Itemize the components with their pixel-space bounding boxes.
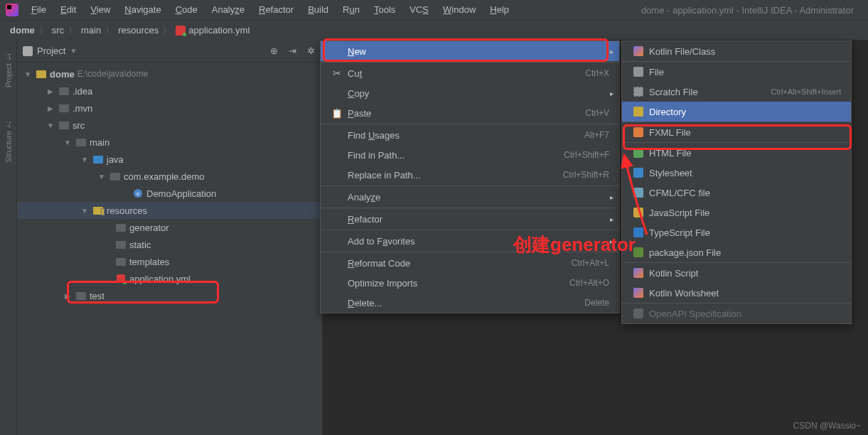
submenu-arrow-icon: ▸ xyxy=(610,90,614,97)
submenu-js[interactable]: JavaScript File xyxy=(622,203,851,222)
expand-icon[interactable]: ▼ xyxy=(80,207,90,215)
project-tree: ▼ dome E:\code\java\dome ▶.idea ▶.mvn ▼s… xyxy=(17,63,322,307)
new-submenu: Kotlin File/Class File Scratch FileCtrl+… xyxy=(621,41,852,324)
breadcrumb-root[interactable]: dome xyxy=(10,25,35,36)
menu-help[interactable]: Help xyxy=(483,0,516,20)
submenu-openapi[interactable]: OpenAPI Specification xyxy=(622,304,851,323)
expand-icon[interactable]: ▼ xyxy=(23,70,33,78)
submenu-html[interactable]: HTML File xyxy=(622,143,851,163)
tree-node-resources[interactable]: ▼resources xyxy=(17,202,322,219)
menu-refactor[interactable]: Refactor xyxy=(252,0,301,20)
submenu-directory[interactable]: Directory xyxy=(622,102,851,122)
project-panel: Project ▼ ⊕ ⇥ ✲ ▼ dome E:\code\java\dome… xyxy=(17,40,323,435)
submenu-file[interactable]: File xyxy=(622,62,851,82)
tab-project[interactable]: Project 1: xyxy=(3,45,14,95)
menu-item-copy[interactable]: Copy▸ xyxy=(321,83,619,103)
submenu-fxml[interactable]: FXML File xyxy=(622,122,851,142)
tree-node-appyml[interactable]: application.yml xyxy=(17,270,322,287)
kotlin-icon xyxy=(633,268,643,278)
menu-navigate[interactable]: Navigate xyxy=(117,0,168,20)
locate-button[interactable]: ⊕ xyxy=(268,45,279,57)
submenu-kotlin-script[interactable]: Kotlin Script xyxy=(622,263,851,283)
js-icon xyxy=(633,208,643,218)
folder-icon xyxy=(59,87,69,95)
expand-icon[interactable]: ▼ xyxy=(80,156,90,163)
menu-item-reformat[interactable]: Reformat CodeCtrl+Alt+L xyxy=(321,253,619,273)
tree-node-package[interactable]: ▼com.example.demo xyxy=(17,168,322,185)
menu-item-find-in-path[interactable]: Find in Path...Ctrl+Shift+F xyxy=(321,145,619,165)
cut-icon: ✂ xyxy=(331,68,343,79)
menu-item-replace-in-path[interactable]: Replace in Path...Ctrl+Shift+R xyxy=(321,165,619,185)
tree-node-src[interactable]: ▼src xyxy=(17,117,322,134)
tree-node-idea[interactable]: ▶.idea xyxy=(17,82,322,100)
cfml-icon xyxy=(633,188,643,198)
breadcrumb-file[interactable]: application.yml xyxy=(188,25,250,36)
breadcrumb-main[interactable]: main xyxy=(81,25,101,36)
menu-code[interactable]: Code xyxy=(168,0,205,20)
menu-separator xyxy=(321,124,619,124)
menu-run[interactable]: Run xyxy=(336,0,367,20)
menu-build[interactable]: Build xyxy=(301,0,336,20)
submenu-arrow-icon: ▸ xyxy=(610,193,614,201)
project-panel-header: Project ▼ ⊕ ⇥ ✲ xyxy=(17,40,322,63)
collapse-button[interactable]: ⇥ xyxy=(286,45,298,57)
breadcrumb: dome 〉 src 〉 main 〉 resources 〉 applicat… xyxy=(0,20,868,40)
project-view-title[interactable]: Project xyxy=(37,45,65,56)
menu-item-analyze[interactable]: Analyze▸ xyxy=(321,187,619,207)
tree-node-dome[interactable]: ▼ dome E:\code\java\dome xyxy=(17,65,322,82)
menu-analyze[interactable]: Analyze xyxy=(205,0,252,20)
menu-file[interactable]: File xyxy=(24,0,53,20)
tree-node-demoapp[interactable]: cDemoApplication xyxy=(17,185,322,202)
tree-node-java[interactable]: ▼java xyxy=(17,151,322,168)
expand-icon[interactable]: ▼ xyxy=(97,173,107,181)
submenu-package-json[interactable]: package.json File xyxy=(622,242,851,262)
expand-icon[interactable]: ▼ xyxy=(45,122,55,129)
tree-node-static[interactable]: static xyxy=(17,236,322,253)
html-icon xyxy=(633,148,643,158)
menu-window[interactable]: Window xyxy=(436,0,483,20)
menu-item-delete[interactable]: Delete...Delete xyxy=(321,293,619,313)
tree-node-mvn[interactable]: ▶.mvn xyxy=(17,100,322,117)
expand-icon[interactable]: ▼ xyxy=(63,139,73,146)
folder-icon xyxy=(633,107,643,117)
expand-icon[interactable]: ▶ xyxy=(63,292,73,300)
menu-item-new[interactable]: New▸ xyxy=(321,41,619,61)
tree-node-test[interactable]: ▶test xyxy=(17,287,322,304)
folder-icon xyxy=(76,139,86,146)
settings-gear-icon[interactable]: ✲ xyxy=(305,45,316,57)
menu-item-optimize[interactable]: Optimize ImportsCtrl+Alt+O xyxy=(321,273,619,293)
chevron-right-icon: 〉 xyxy=(163,24,171,36)
expand-icon[interactable]: ▶ xyxy=(45,87,55,95)
tree-node-main[interactable]: ▼main xyxy=(17,134,322,151)
submenu-ts[interactable]: TypeScript File xyxy=(622,222,851,242)
chevron-down-icon[interactable]: ▼ xyxy=(70,47,77,55)
submenu-cfml[interactable]: CFML/CFC file xyxy=(622,183,851,203)
kotlin-icon xyxy=(633,46,643,56)
menu-view[interactable]: View xyxy=(83,0,117,20)
kotlin-icon xyxy=(633,288,643,298)
menu-item-add-favorites[interactable]: Add to Favorites▸ xyxy=(321,231,619,251)
submenu-stylesheet[interactable]: Stylesheet xyxy=(622,163,851,183)
resources-folder-icon xyxy=(93,207,103,215)
tab-structure[interactable]: Structure 7: xyxy=(3,113,14,170)
menu-tools[interactable]: Tools xyxy=(367,0,402,20)
menu-separator xyxy=(321,252,619,252)
tree-node-generator[interactable]: generator xyxy=(17,219,322,236)
chevron-right-icon: 〉 xyxy=(68,24,77,36)
submenu-kotlin-class[interactable]: Kotlin File/Class xyxy=(622,41,851,61)
project-view-icon xyxy=(23,46,33,56)
watermark: CSDN @Wassio~ xyxy=(793,421,861,431)
submenu-scratch[interactable]: Scratch FileCtrl+Alt+Shift+Insert xyxy=(622,82,851,102)
menu-item-find-usages[interactable]: Find UsagesAlt+F7 xyxy=(321,125,619,145)
menu-separator xyxy=(321,208,619,208)
menu-item-cut[interactable]: ✂CutCtrl+X xyxy=(321,63,619,83)
tree-node-templates[interactable]: templates xyxy=(17,253,322,270)
menu-item-refactor[interactable]: Refactor▸ xyxy=(321,209,619,229)
expand-icon[interactable]: ▶ xyxy=(45,104,55,112)
menu-edit[interactable]: Edit xyxy=(53,0,83,20)
menu-vcs[interactable]: VCS xyxy=(402,0,436,20)
submenu-kotlin-worksheet[interactable]: Kotlin Worksheet xyxy=(622,283,851,303)
breadcrumb-src[interactable]: src xyxy=(52,25,64,36)
breadcrumb-resources[interactable]: resources xyxy=(118,25,159,36)
menu-item-paste[interactable]: 📋PasteCtrl+V xyxy=(321,103,619,123)
